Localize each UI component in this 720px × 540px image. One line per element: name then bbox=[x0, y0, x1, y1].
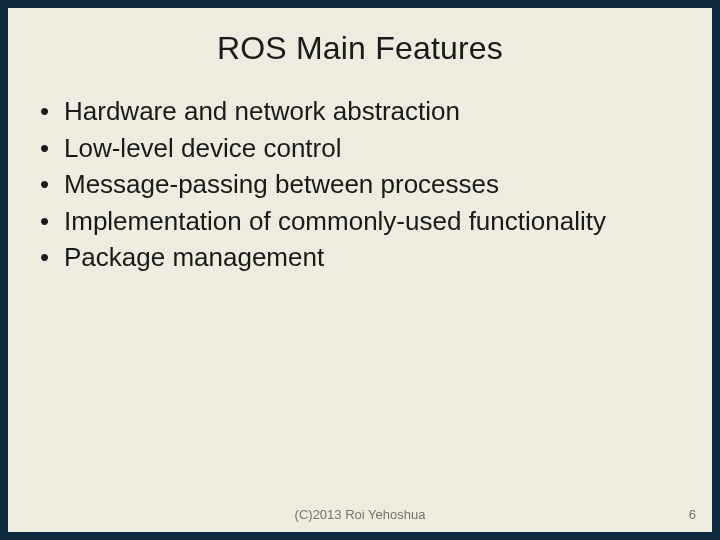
list-item: Low-level device control bbox=[36, 132, 692, 165]
slide-title: ROS Main Features bbox=[8, 30, 712, 67]
slide-content: Hardware and network abstraction Low-lev… bbox=[8, 95, 712, 532]
slide-footer: (C)2013 Roi Yehoshua 6 bbox=[8, 502, 712, 522]
list-item: Hardware and network abstraction bbox=[36, 95, 692, 128]
copyright-text: (C)2013 Roi Yehoshua bbox=[295, 507, 426, 522]
bullet-list: Hardware and network abstraction Low-lev… bbox=[36, 95, 692, 274]
page-number: 6 bbox=[689, 507, 696, 522]
list-item: Message-passing between processes bbox=[36, 168, 692, 201]
list-item: Package management bbox=[36, 241, 692, 274]
list-item: Implementation of commonly-used function… bbox=[36, 205, 692, 238]
slide: ROS Main Features Hardware and network a… bbox=[8, 8, 712, 532]
